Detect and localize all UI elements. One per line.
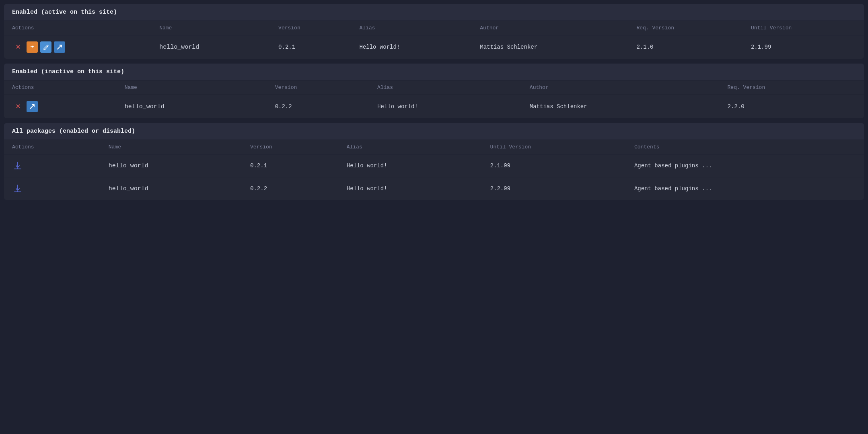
section-all-packages: All packages (enabled or disabled)Action… [4, 123, 864, 200]
table-row: hello_world0.2.1Hello world!2.1.99Agent … [4, 154, 864, 177]
section-enabled-inactive: Enabled (inactive on this site)ActionsNa… [4, 64, 864, 118]
actions-container [12, 160, 93, 171]
column-header: Req. Version [720, 80, 864, 95]
version-cell: 0.2.2 [267, 95, 369, 119]
name-cell: hello_world [101, 177, 242, 200]
table-row: ✕ hello_world0.2.1Hello world!Mattias Sc… [4, 35, 864, 59]
data-table: ActionsNameVersionAliasAuthorReq. Versio… [4, 21, 864, 59]
column-header: Req. Version [628, 21, 743, 35]
update-icon[interactable] [27, 41, 38, 53]
req-version-cell: 2.2.0 [720, 95, 864, 119]
column-header: Name [101, 140, 242, 154]
actions-cell: ✕ [4, 95, 117, 119]
table-row: ✕ hello_world0.2.2Hello world!Mattias Sc… [4, 95, 864, 119]
column-header: Name [117, 80, 267, 95]
download-icon[interactable] [12, 183, 23, 194]
column-header: Version [270, 21, 351, 35]
actions-cell [4, 154, 101, 177]
name-cell: hello_world [117, 95, 267, 119]
author-cell: Mattias Schlenker [472, 35, 628, 59]
column-header: Alias [339, 140, 482, 154]
version-cell: 0.2.1 [270, 35, 351, 59]
contents-cell: Agent based plugins ... [626, 177, 864, 200]
data-table: ActionsNameVersionAliasUntil VersionCont… [4, 140, 864, 200]
contents-cell: Agent based plugins ... [626, 154, 864, 177]
until-version-cell: 2.2.99 [482, 177, 626, 200]
alias-cell: Hello world! [339, 154, 482, 177]
section-header: Enabled (active on this site) [4, 4, 864, 21]
column-header: Contents [626, 140, 864, 154]
column-header: Version [267, 80, 369, 95]
section-enabled-active: Enabled (active on this site)ActionsName… [4, 4, 864, 59]
column-header: Actions [4, 140, 101, 154]
column-header: Actions [4, 80, 117, 95]
column-header: Alias [351, 21, 472, 35]
author-cell: Mattias Schlenker [522, 95, 720, 119]
actions-container: ✕ [12, 101, 109, 113]
actions-container: ✕ [12, 41, 143, 53]
alias-cell: Hello world! [339, 177, 482, 200]
link-icon[interactable] [54, 41, 65, 53]
delete-icon[interactable]: ✕ [12, 101, 24, 113]
table-row: hello_world0.2.2Hello world!2.2.99Agent … [4, 177, 864, 200]
column-header: Actions [4, 21, 151, 35]
section-header: Enabled (inactive on this site) [4, 64, 864, 80]
column-header: Until Version [482, 140, 626, 154]
actions-cell [4, 177, 101, 200]
download-icon[interactable] [12, 160, 23, 171]
alias-cell: Hello world! [369, 95, 522, 119]
edit-icon[interactable] [40, 41, 51, 53]
data-table: ActionsNameVersionAliasAuthorReq. Versio… [4, 80, 864, 118]
req-version-cell: 2.1.0 [628, 35, 743, 59]
column-header: Alias [369, 80, 522, 95]
name-cell: hello_world [101, 154, 242, 177]
until-version-cell: 2.1.99 [743, 35, 864, 59]
actions-container [12, 183, 93, 194]
column-header: Author [472, 21, 628, 35]
until-version-cell: 2.1.99 [482, 154, 626, 177]
alias-cell: Hello world! [351, 35, 472, 59]
column-header: Name [151, 21, 270, 35]
column-header: Author [522, 80, 720, 95]
delete-icon[interactable]: ✕ [12, 41, 24, 53]
version-cell: 0.2.1 [242, 154, 339, 177]
section-header: All packages (enabled or disabled) [4, 123, 864, 140]
link-icon[interactable] [27, 101, 38, 112]
column-header: Until Version [743, 21, 864, 35]
column-header: Version [242, 140, 339, 154]
name-cell: hello_world [151, 35, 270, 59]
actions-cell: ✕ [4, 35, 151, 59]
version-cell: 0.2.2 [242, 177, 339, 200]
